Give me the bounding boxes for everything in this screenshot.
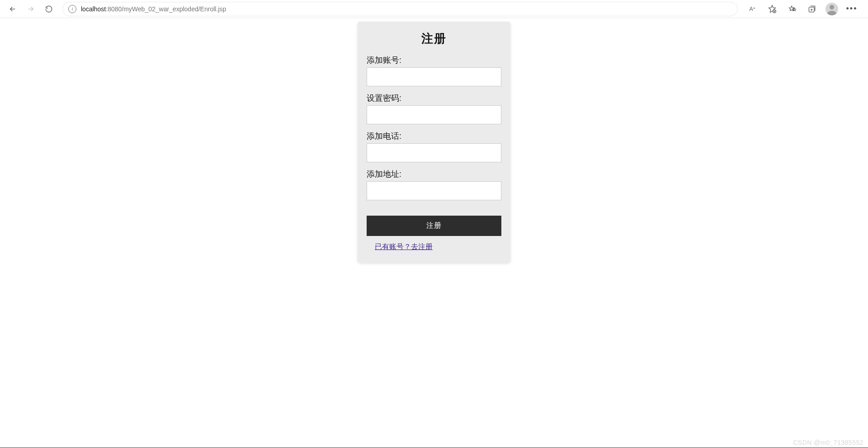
account-label: 添加账号: xyxy=(367,55,501,66)
password-field: 设置密码: xyxy=(367,93,501,124)
phone-field: 添加电话: xyxy=(367,131,501,162)
password-label: 设置密码: xyxy=(367,93,501,104)
url-text: localhost:8080/myWeb_02_war_exploded/Enr… xyxy=(81,5,226,13)
address-label: 添加地址: xyxy=(367,169,501,179)
back-button[interactable] xyxy=(5,1,21,17)
star-add-favorite-icon[interactable] xyxy=(763,1,781,17)
profile-avatar[interactable] xyxy=(823,1,841,17)
avatar-icon xyxy=(826,3,838,15)
account-field: 添加账号: xyxy=(367,55,501,86)
phone-input[interactable] xyxy=(367,143,501,162)
address-input[interactable] xyxy=(367,181,501,200)
forward-button[interactable] xyxy=(23,1,39,17)
site-info-icon[interactable]: i xyxy=(68,5,76,13)
read-aloud-icon[interactable]: A» xyxy=(743,1,761,17)
watermark-text: CSDN @m0_71385552 xyxy=(793,439,863,446)
register-button[interactable]: 注册 xyxy=(367,216,501,236)
reload-button[interactable] xyxy=(41,1,57,17)
account-input[interactable] xyxy=(367,67,501,86)
phone-label: 添加电话: xyxy=(367,131,501,141)
favorites-icon[interactable] xyxy=(783,1,801,17)
collections-icon[interactable] xyxy=(803,1,821,17)
more-menu-icon[interactable]: ••• xyxy=(843,1,861,17)
browser-toolbar: i localhost:8080/myWeb_02_war_exploded/E… xyxy=(0,0,868,18)
password-input[interactable] xyxy=(367,105,501,124)
address-field: 添加地址: xyxy=(367,169,501,200)
login-link[interactable]: 已有账号？去注册 xyxy=(375,242,501,252)
page-content: 注册 添加账号: 设置密码: 添加电话: 添加地址: 注册 已有账号？去注册 C… xyxy=(0,18,868,448)
toolbar-right: A» ••• xyxy=(743,1,863,17)
address-bar[interactable]: i localhost:8080/myWeb_02_war_exploded/E… xyxy=(62,2,738,16)
form-title: 注册 xyxy=(367,31,501,47)
register-card: 注册 添加账号: 设置密码: 添加电话: 添加地址: 注册 已有账号？去注册 xyxy=(358,22,510,263)
